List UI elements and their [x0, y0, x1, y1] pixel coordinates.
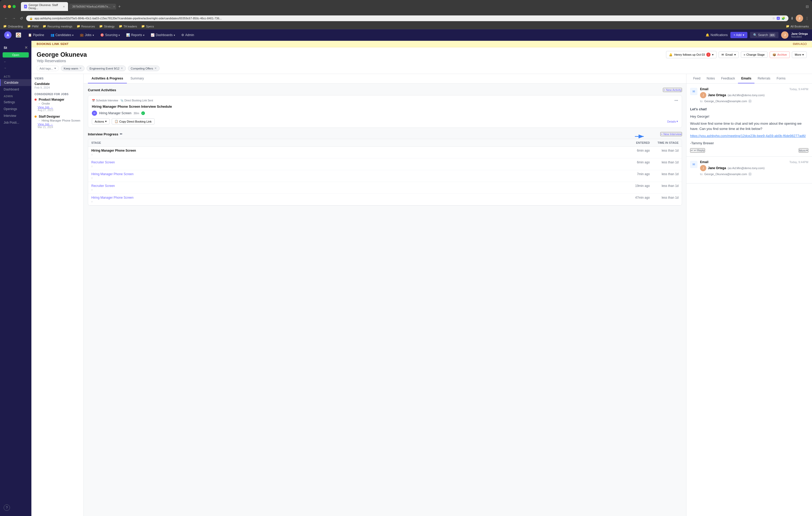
reply-button-1[interactable]: ↩ ↩ Reply	[690, 148, 705, 153]
details-button[interactable]: Details ▾	[667, 120, 678, 123]
sidebar-fwd-btn[interactable]: →	[0, 65, 31, 71]
close-traffic-light[interactable]	[3, 5, 6, 8]
sidebar-item-job-posting[interactable]: Job Posti...	[0, 119, 31, 126]
browser-forward-btn[interactable]: →	[11, 16, 17, 21]
browser-user-avatar[interactable]: J	[796, 14, 803, 22]
tab-feedback[interactable]: Feedback	[718, 74, 738, 83]
activity-more-btn[interactable]: •••	[674, 98, 678, 102]
bookmark-specs[interactable]: 📁 Specs	[141, 25, 154, 28]
candidates-icon: 👥	[51, 33, 54, 37]
more-email-btn-1[interactable]: More ▾	[799, 148, 808, 153]
pt-arrow-2: ↑	[91, 165, 678, 168]
tab-emails[interactable]: Emails	[738, 74, 754, 83]
bookmark-pmm[interactable]: 📁 PMM	[27, 25, 39, 28]
all-bookmarks-btn[interactable]: 📁 All Bookmarks	[786, 25, 809, 28]
add-tag-button[interactable]: Add tags... ▾	[37, 66, 59, 71]
search-button[interactable]: 🔍 Search ⌘K	[750, 32, 779, 38]
tab-activities-progress[interactable]: Activities & Progress	[88, 74, 127, 83]
tab-close-1[interactable]: ✕	[63, 5, 65, 8]
browser-minimize-btn[interactable]: ⊟	[806, 4, 809, 9]
star-icon[interactable]: ☆	[772, 17, 775, 20]
add-button[interactable]: + Add ▾	[730, 32, 747, 38]
view-job-link-pm[interactable]: View Job →	[38, 105, 80, 109]
bookmark-strategy[interactable]: 📁 Strategy	[99, 25, 115, 28]
help-icon[interactable]: ?	[4, 505, 10, 511]
tab-close-2[interactable]: ✕	[113, 5, 115, 8]
activity-actions: Actions ▾ 📋 Copy Direct Booking Link	[92, 118, 678, 124]
user-avatar[interactable]: J	[781, 31, 788, 39]
email-info-icon-1[interactable]: i	[748, 99, 752, 103]
nav-item-candidates[interactable]: 👥 Candidates ▾	[48, 32, 77, 38]
change-stage-icon: »	[744, 53, 745, 56]
browser-tab-1[interactable]: A George Okuneva: Staff Desig... ✕	[21, 2, 68, 11]
tag-competing-offers-remove[interactable]: ✕	[154, 67, 157, 70]
top-nav: A 🏠 📋 Pipeline 👥 Candidates ▾ 💼 Jobs ▾	[0, 29, 812, 41]
tab-referrals[interactable]: Referrals	[754, 74, 774, 83]
sidebar-item-interview[interactable]: Interview	[0, 113, 31, 119]
sidebar-open-btn[interactable]: Open	[3, 52, 29, 58]
user-info[interactable]: Jane Ortega Nocobird	[791, 32, 808, 38]
change-stage-button[interactable]: » Change Stage	[741, 52, 767, 58]
tab-feed[interactable]: Feed	[690, 74, 703, 83]
view-job-link-sd[interactable]: View Job →	[38, 123, 80, 126]
tag-keep-warm-remove[interactable]: ✕	[79, 67, 82, 70]
email-info-icon-2[interactable]: i	[748, 172, 752, 176]
sidebar-item-openings[interactable]: Openings	[0, 105, 31, 113]
email-button[interactable]: ✉ Email ▾	[719, 52, 739, 58]
sidebar-item-settings[interactable]: Settings	[0, 99, 31, 105]
follow-up-button[interactable]: 🔔 Henry follows up Oct 03 ! ▾	[666, 51, 717, 58]
new-interview-button[interactable]: + New Interview	[660, 132, 682, 136]
new-tab-button[interactable]: +	[117, 4, 122, 9]
views-panel: VIEWS Candidate Feb 9, 2024 CONSIDERED F…	[31, 74, 84, 516]
table-row: Hiring Manager Phone Screen 6min ago les…	[88, 147, 682, 158]
sidebar-item-dashboard[interactable]: Dashboard	[0, 86, 31, 93]
actions-button[interactable]: Actions ▾	[92, 118, 110, 124]
new-activity-button[interactable]: + New Activity	[663, 88, 682, 92]
tab-forms[interactable]: Forms	[774, 74, 789, 83]
pt-time-4: less than 1d	[650, 184, 678, 188]
reports-icon: 📊	[126, 33, 130, 37]
nav-item-jobs[interactable]: 💼 Jobs ▾	[77, 32, 96, 38]
browser-back-btn[interactable]: ←	[3, 16, 9, 21]
more-button[interactable]: More ▾	[792, 52, 807, 58]
pt-stage-3: Hiring Manager Phone Screen	[91, 172, 624, 176]
browser-refresh-btn[interactable]: ↺	[19, 16, 24, 21]
browser-tab-2[interactable]: 397b0566740a4ca1458fb7e... ✕	[69, 4, 116, 9]
nav-logo[interactable]: A	[4, 31, 11, 39]
address-bar[interactable]: 🔒 app.ashbyhq.com/jobs/e02d75e5-884b-43c…	[26, 16, 788, 21]
notifications-button[interactable]: 🔔 Notifications	[705, 33, 727, 37]
sidebar-back-btn[interactable]: ←	[0, 59, 31, 65]
nav-item-dashboards[interactable]: 📈 Dashboards ▾	[148, 32, 178, 38]
nav-home-btn[interactable]: 🏠	[16, 32, 21, 38]
download-btn[interactable]: ⬇	[790, 16, 794, 20]
bookmark-resources[interactable]: 📁 Resources	[77, 25, 95, 28]
sidebar-close-btn[interactable]: ✕	[25, 45, 28, 50]
nav-item-admin[interactable]: ⚙ Admin	[179, 32, 197, 38]
considered-label: CONSIDERED FOR JOBS	[34, 93, 80, 96]
ashby-ext-icon[interactable]: A	[777, 17, 780, 20]
panel-content: Current Activities + New Activity	[84, 84, 686, 210]
copy-booking-link-button[interactable]: 📋 Copy Direct Booking Link	[112, 118, 154, 124]
sidebar-item-candidate[interactable]: Candidate	[0, 79, 31, 86]
browser-menu-btn[interactable]: ⋮	[805, 16, 809, 20]
puzzle-icon[interactable]: 🧩	[781, 17, 785, 20]
minimize-traffic-light[interactable]	[8, 5, 11, 8]
tag-engineering-event-remove[interactable]: ✕	[121, 67, 123, 70]
email-header-2: Email Today, 9:44PM J Jane Ortega (as Ad…	[700, 160, 808, 178]
edit-icon[interactable]: ✏	[120, 132, 122, 136]
nav-item-pipeline[interactable]: 📋 Pipeline	[25, 32, 47, 38]
email-header-1: Email Today, 9:44PM J Jane Ortega (as Ad…	[700, 87, 808, 104]
nav-item-sourcing[interactable]: 🎯 Sourcing ▾	[97, 32, 122, 38]
nav-item-reports[interactable]: 📊 Reports ▾	[123, 32, 147, 38]
tab-notes[interactable]: Notes	[703, 74, 718, 83]
email-link-1[interactable]: https://you.ashbyhq.com/meeting/12dce23b…	[690, 133, 808, 139]
add-tag-chevron-icon: ▾	[54, 67, 56, 70]
bookmark-onboarding[interactable]: 📁 Onboarding	[3, 25, 23, 28]
maximize-traffic-light[interactable]	[12, 5, 16, 8]
pt-entered-5: 47min ago	[624, 196, 650, 200]
archive-button[interactable]: 📦 Archive	[770, 52, 790, 58]
bookmark-recurring[interactable]: 📁 Recurring meetings	[42, 25, 72, 28]
tab-summary[interactable]: Summary	[127, 74, 148, 83]
candidate-name-section: George Okuneva Yelp Reservations Add tag…	[37, 51, 666, 71]
bookmark-ta-leaders[interactable]: 📁 TA leaders	[119, 25, 137, 28]
